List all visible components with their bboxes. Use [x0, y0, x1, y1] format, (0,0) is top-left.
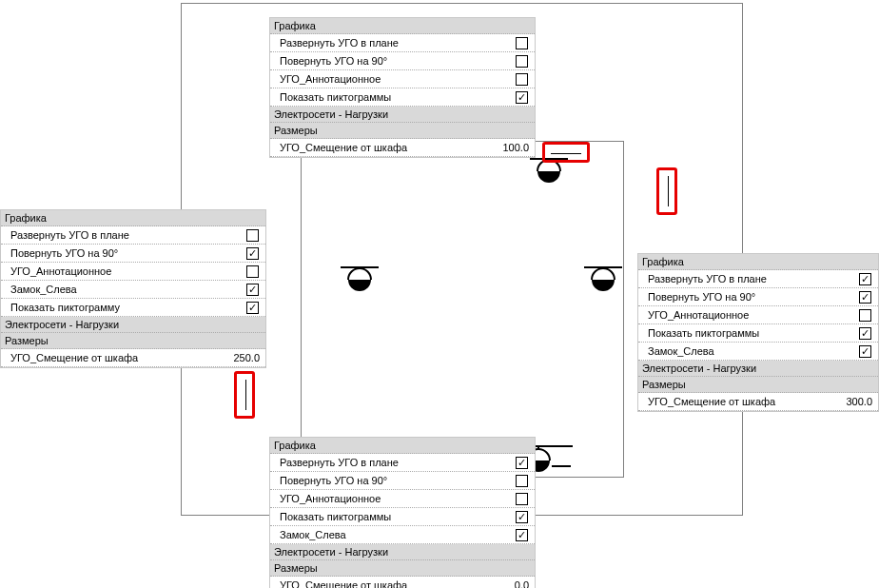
- prop-row: УГО_Аннотационное: [270, 490, 535, 508]
- checkbox[interactable]: [246, 247, 259, 260]
- prop-label: Развернуть УГО в плане: [270, 455, 508, 470]
- prop-label: Повернуть УГО на 90°: [1, 245, 239, 261]
- group-header-graphics: Графика: [270, 18, 535, 34]
- prop-label: УГО_Смещение от шкафа: [638, 394, 823, 409]
- prop-label: Повернуть УГО на 90°: [638, 289, 851, 304]
- prop-row: УГО_Аннотационное: [1, 263, 265, 281]
- checkbox[interactable]: [859, 291, 871, 304]
- checkbox[interactable]: [246, 229, 259, 242]
- group-header-elec: Электросети - Нагрузки: [270, 107, 535, 123]
- prop-row: Показать пиктограммы: [270, 88, 535, 107]
- properties-panel-left: Графика Развернуть УГО в плане Повернуть…: [0, 209, 266, 368]
- checkbox[interactable]: [246, 302, 259, 314]
- prop-row: УГО_Смещение от шкафа250.0: [1, 349, 265, 367]
- prop-label: Развернуть УГО в плане: [1, 227, 239, 243]
- group-header-elec: Электросети - Нагрузки: [270, 544, 535, 560]
- prop-row: Развернуть УГО в плане: [270, 34, 535, 52]
- properties-panel-right: Графика Развернуть УГО в плане Повернуть…: [637, 253, 879, 412]
- prop-row: Замок_Слева: [270, 526, 535, 544]
- checkbox[interactable]: [516, 475, 528, 487]
- group-header-dim: Размеры: [1, 333, 265, 349]
- camera-icon: [530, 158, 568, 190]
- prop-label: Показать пиктограммы: [270, 509, 508, 524]
- checkbox[interactable]: [516, 493, 528, 505]
- prop-row: Показать пиктограммы: [638, 324, 878, 343]
- group-header-elec: Электросети - Нагрузки: [638, 361, 878, 377]
- prop-label: УГО_Аннотационное: [270, 491, 508, 506]
- prop-value[interactable]: 100.0: [479, 142, 535, 153]
- prop-value[interactable]: 250.0: [210, 352, 265, 363]
- prop-label: Замок_Слева: [1, 282, 239, 297]
- highlight-box: [234, 371, 255, 419]
- prop-value[interactable]: 0.0: [479, 579, 535, 588]
- checkbox[interactable]: [859, 327, 871, 340]
- group-header-dim: Размеры: [270, 123, 535, 139]
- prop-label: УГО_Смещение от шкафа: [270, 140, 479, 155]
- prop-label: Повернуть УГО на 90°: [270, 53, 508, 69]
- prop-label: Развернуть УГО в плане: [270, 35, 508, 50]
- stage: Графика Развернуть УГО в плане Повернуть…: [0, 0, 879, 588]
- prop-row: Замок_Слева: [1, 281, 265, 299]
- highlight-box: [656, 167, 677, 215]
- prop-label: УГО_Смещение от шкафа: [270, 578, 479, 588]
- prop-row: УГО_Смещение от шкафа100.0: [270, 139, 535, 157]
- properties-panel-bottom: Графика Развернуть УГО в плане Повернуть…: [269, 437, 536, 588]
- checkbox[interactable]: [516, 55, 528, 68]
- group-header-graphics: Графика: [638, 254, 878, 270]
- camera-icon: [584, 266, 622, 299]
- prop-row: Повернуть УГО на 90°: [270, 52, 535, 70]
- prop-label: Показать пиктограммы: [638, 325, 851, 341]
- checkbox[interactable]: [516, 91, 528, 104]
- prop-row: УГО_Смещение от шкафа300.0: [638, 393, 878, 411]
- prop-label: Развернуть УГО в плане: [638, 271, 851, 286]
- prop-row: УГО_Смещение от шкафа0.0: [270, 577, 535, 588]
- checkbox[interactable]: [516, 511, 528, 523]
- prop-row: Повернуть УГО на 90°: [638, 288, 878, 306]
- prop-label: УГО_Смещение от шкафа: [1, 350, 210, 365]
- prop-row: УГО_Аннотационное: [638, 306, 878, 324]
- checkbox[interactable]: [246, 265, 259, 278]
- prop-row: Показать пиктограмму: [1, 299, 265, 317]
- prop-label: Замок_Слева: [638, 343, 851, 359]
- group-header-graphics: Графика: [1, 210, 265, 226]
- properties-panel-top: Графика Развернуть УГО в плане Повернуть…: [269, 17, 536, 158]
- prop-value[interactable]: 300.0: [823, 396, 878, 407]
- prop-row: Развернуть УГО в плане: [270, 454, 535, 472]
- group-header-dim: Размеры: [638, 377, 878, 393]
- group-header-elec: Электросети - Нагрузки: [1, 317, 265, 333]
- checkbox[interactable]: [859, 273, 871, 285]
- checkbox[interactable]: [246, 284, 259, 296]
- prop-label: Замок_Слева: [270, 527, 508, 542]
- highlight-box: [542, 142, 590, 163]
- checkbox[interactable]: [516, 457, 528, 469]
- checkbox[interactable]: [516, 73, 528, 86]
- group-header-dim: Размеры: [270, 560, 535, 577]
- prop-label: Показать пиктограмму: [1, 300, 239, 315]
- checkbox[interactable]: [516, 37, 528, 49]
- prop-label: УГО_Аннотационное: [1, 264, 239, 279]
- group-header-graphics: Графика: [270, 438, 535, 454]
- prop-label: Показать пиктограммы: [270, 89, 508, 105]
- prop-label: УГО_Аннотационное: [270, 71, 508, 87]
- camera-icon: [341, 266, 379, 299]
- checkbox[interactable]: [859, 309, 871, 322]
- prop-row: Повернуть УГО на 90°: [1, 245, 265, 263]
- prop-row: Повернуть УГО на 90°: [270, 472, 535, 490]
- prop-label: Повернуть УГО на 90°: [270, 473, 508, 488]
- prop-row: Показать пиктограммы: [270, 508, 535, 526]
- checkbox[interactable]: [859, 345, 871, 358]
- prop-row: Развернуть УГО в плане: [1, 226, 265, 245]
- prop-row: Замок_Слева: [638, 343, 878, 361]
- prop-row: Развернуть УГО в плане: [638, 270, 878, 288]
- prop-row: УГО_Аннотационное: [270, 70, 535, 88]
- drawing-frame-inner: [301, 141, 624, 478]
- prop-label: УГО_Аннотационное: [638, 307, 851, 323]
- checkbox[interactable]: [516, 529, 528, 541]
